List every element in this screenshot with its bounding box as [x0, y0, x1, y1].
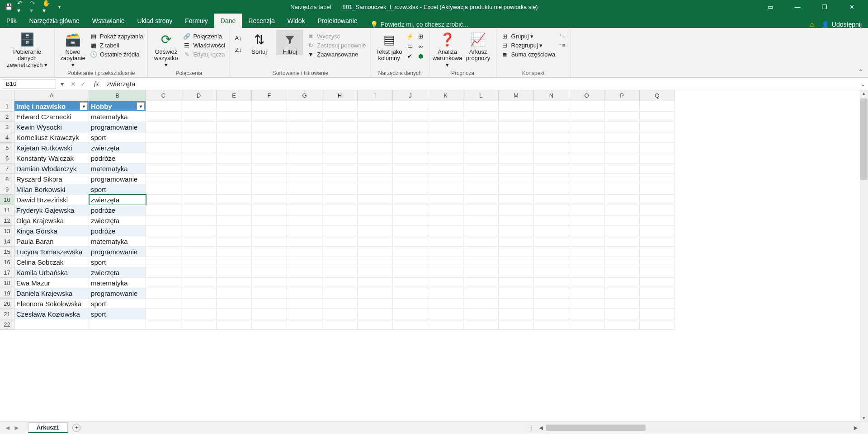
cell[interactable]: [604, 153, 640, 164]
share-button[interactable]: 👤 Udostępnij: [821, 21, 862, 28]
cell[interactable]: [604, 122, 640, 132]
cell[interactable]: [181, 247, 217, 257]
cell[interactable]: [146, 101, 181, 112]
cell[interactable]: [322, 195, 358, 205]
cell[interactable]: [428, 299, 463, 309]
cell[interactable]: [393, 101, 428, 112]
cell[interactable]: [393, 299, 428, 309]
forecast-sheet-button[interactable]: 📈 Arkusz prognozy: [465, 30, 492, 62]
cell[interactable]: [252, 174, 287, 184]
cell[interactable]: Kamila Urbańska: [14, 267, 89, 278]
cell[interactable]: [287, 278, 322, 288]
cell[interactable]: [534, 236, 569, 247]
cell[interactable]: [146, 205, 181, 215]
sort-button[interactable]: ⇅ Sortuj: [245, 30, 273, 55]
cell[interactable]: [604, 205, 640, 215]
cell[interactable]: [569, 267, 604, 278]
cell[interactable]: sport: [89, 309, 146, 319]
cell[interactable]: [463, 153, 499, 164]
cell[interactable]: [604, 299, 640, 309]
cell[interactable]: [217, 267, 252, 278]
cell[interactable]: [287, 174, 322, 184]
cancel-formula-icon[interactable]: ✕: [71, 80, 76, 88]
cell[interactable]: [534, 299, 569, 309]
cell[interactable]: [287, 247, 322, 257]
qat-customize-icon[interactable]: ▾: [55, 3, 63, 11]
ungroup-button[interactable]: ⊟Rozgrupuj ▾: [501, 42, 556, 49]
cell[interactable]: [322, 309, 358, 319]
cell[interactable]: [252, 288, 287, 299]
cell[interactable]: [604, 132, 640, 143]
cell[interactable]: [322, 112, 358, 122]
cell[interactable]: [604, 164, 640, 174]
cell[interactable]: [358, 267, 393, 278]
manage-model-button[interactable]: ⬢: [417, 52, 425, 60]
cell[interactable]: [252, 215, 287, 226]
cell[interactable]: [146, 319, 181, 330]
cell[interactable]: [358, 122, 393, 132]
cell[interactable]: [217, 278, 252, 288]
cell[interactable]: [217, 215, 252, 226]
scroll-down-icon[interactable]: ▾: [860, 415, 868, 421]
cell[interactable]: [534, 195, 569, 205]
cell[interactable]: [252, 143, 287, 153]
sheet-nav-next-icon[interactable]: ►: [14, 424, 20, 431]
cell[interactable]: [428, 164, 463, 174]
column-header-C[interactable]: C: [146, 90, 181, 101]
cell[interactable]: [322, 122, 358, 132]
consolidate-button[interactable]: ⊞: [417, 33, 425, 40]
cell[interactable]: podróże: [89, 153, 146, 164]
row-header[interactable]: 10: [0, 195, 14, 205]
cell[interactable]: [322, 288, 358, 299]
cell[interactable]: [393, 174, 428, 184]
cell[interactable]: [181, 143, 217, 153]
cell[interactable]: Ryszard Sikora: [14, 174, 89, 184]
sheet-tab[interactable]: Arkusz1: [28, 422, 68, 433]
cell[interactable]: [322, 174, 358, 184]
cell[interactable]: [534, 174, 569, 184]
redo-icon[interactable]: ↷ ▾: [30, 3, 38, 11]
cell[interactable]: [217, 164, 252, 174]
cell[interactable]: [287, 299, 322, 309]
cell[interactable]: [569, 164, 604, 174]
cell[interactable]: [217, 236, 252, 247]
cell[interactable]: [217, 309, 252, 319]
cell[interactable]: [534, 319, 569, 330]
column-header-H[interactable]: H: [322, 90, 358, 101]
scroll-left-icon[interactable]: ◄: [537, 424, 545, 431]
cell[interactable]: [393, 288, 428, 299]
properties-button[interactable]: ☰Właściwości: [183, 42, 225, 49]
row-header[interactable]: 7: [0, 164, 14, 174]
cell[interactable]: [181, 164, 217, 174]
cell[interactable]: [393, 195, 428, 205]
cell[interactable]: [604, 215, 640, 226]
cell[interactable]: [252, 309, 287, 319]
cell[interactable]: [146, 215, 181, 226]
cell[interactable]: [322, 153, 358, 164]
cell[interactable]: [428, 236, 463, 247]
cell[interactable]: [181, 226, 217, 236]
cell[interactable]: [322, 236, 358, 247]
filter-button[interactable]: Filtruj: [276, 30, 303, 55]
scroll-thumb[interactable]: [860, 98, 868, 180]
cell[interactable]: [428, 278, 463, 288]
name-box-dropdown-icon[interactable]: ▾: [58, 80, 66, 88]
cell[interactable]: [393, 143, 428, 153]
cell[interactable]: [287, 215, 322, 226]
cell[interactable]: sport: [89, 257, 146, 267]
cell[interactable]: [640, 236, 675, 247]
cell[interactable]: [569, 101, 604, 112]
tab-view[interactable]: Widok: [281, 14, 311, 28]
cell[interactable]: matematyka: [89, 236, 146, 247]
cell[interactable]: [181, 184, 217, 195]
ribbon-options-icon[interactable]: ▭: [760, 4, 780, 10]
hide-detail-button[interactable]: ⁻≡: [559, 42, 566, 49]
cell[interactable]: [640, 205, 675, 215]
cell[interactable]: [640, 195, 675, 205]
cell[interactable]: [217, 299, 252, 309]
cell[interactable]: [358, 215, 393, 226]
cell[interactable]: Ewa Mazur: [14, 278, 89, 288]
cell[interactable]: [604, 226, 640, 236]
cell[interactable]: [358, 288, 393, 299]
cell[interactable]: [252, 226, 287, 236]
